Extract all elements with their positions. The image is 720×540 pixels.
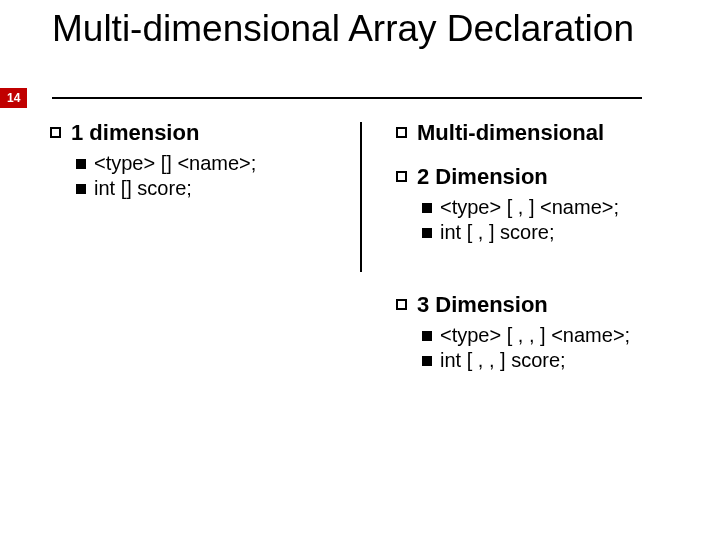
sublist-3dim: <type> [ , , ] <name>; int [ , , ] score…: [422, 324, 675, 372]
sublist-1dim: <type> [] <name>; int [] score;: [76, 152, 360, 200]
heading-3dim: 3 Dimension: [396, 292, 675, 318]
slide-title: Multi-dimensional Array Declaration: [52, 8, 634, 51]
heading-multidim: Multi-dimensional: [396, 120, 675, 146]
list-item: int [ , ] score;: [422, 221, 675, 244]
bullet-open-icon: [396, 127, 407, 138]
list-item: <type> [ , , ] <name>;: [422, 324, 675, 347]
bullet-open-icon: [396, 299, 407, 310]
bullet-solid-icon: [422, 331, 432, 341]
heading-text: Multi-dimensional: [417, 120, 604, 146]
right-column: Multi-dimensional 2 Dimension <type> [ ,…: [362, 120, 675, 390]
list-item-text: <type> [] <name>;: [94, 152, 256, 175]
title-underline: [52, 97, 642, 99]
bullet-solid-icon: [76, 184, 86, 194]
content-columns: 1 dimension <type> [] <name>; int [] sco…: [50, 120, 675, 390]
bullet-solid-icon: [76, 159, 86, 169]
list-item-text: <type> [ , , ] <name>;: [440, 324, 630, 347]
list-item: <type> [ , ] <name>;: [422, 196, 675, 219]
bullet-solid-icon: [422, 228, 432, 238]
list-item-text: int [] score;: [94, 177, 192, 200]
list-item: <type> [] <name>;: [76, 152, 360, 175]
list-item-text: <type> [ , ] <name>;: [440, 196, 619, 219]
bullet-open-icon: [50, 127, 61, 138]
list-item-text: int [ , , ] score;: [440, 349, 566, 372]
sublist-2dim: <type> [ , ] <name>; int [ , ] score;: [422, 196, 675, 244]
heading-text: 2 Dimension: [417, 164, 548, 190]
list-item: int [ , , ] score;: [422, 349, 675, 372]
bullet-solid-icon: [422, 203, 432, 213]
heading-1dim: 1 dimension: [50, 120, 360, 146]
bullet-solid-icon: [422, 356, 432, 366]
heading-text: 3 Dimension: [417, 292, 548, 318]
list-item: int [] score;: [76, 177, 360, 200]
page-number-tag: 14: [0, 88, 27, 108]
bullet-open-icon: [396, 171, 407, 182]
left-column: 1 dimension <type> [] <name>; int [] sco…: [50, 120, 360, 390]
heading-2dim: 2 Dimension: [396, 164, 675, 190]
list-item-text: int [ , ] score;: [440, 221, 554, 244]
heading-text: 1 dimension: [71, 120, 199, 146]
